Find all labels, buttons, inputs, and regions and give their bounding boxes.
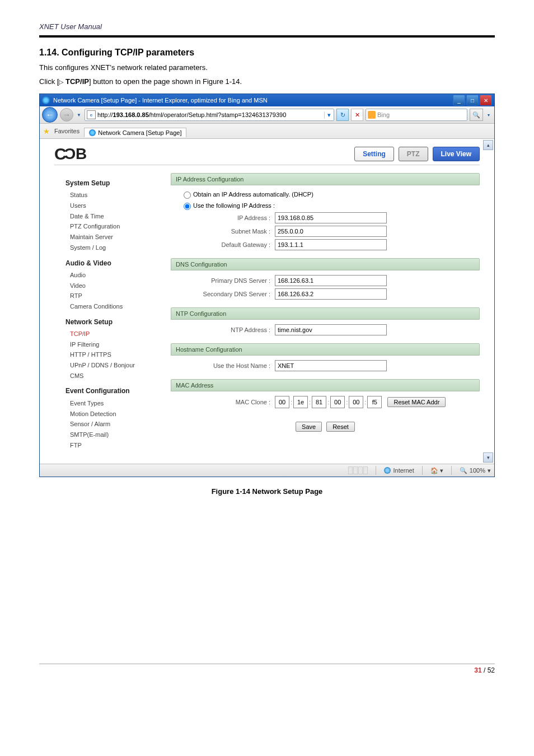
- dhcp-radio[interactable]: [184, 192, 191, 199]
- setting-button[interactable]: Setting: [354, 147, 394, 161]
- globe-icon: [384, 467, 391, 474]
- ip-address-input[interactable]: [275, 212, 387, 223]
- gateway-input[interactable]: [275, 239, 387, 250]
- static-radio[interactable]: [184, 203, 191, 210]
- zoom-icon: 🔍: [460, 467, 467, 474]
- reset-mac-button[interactable]: Reset MAC Addr: [387, 397, 446, 407]
- live-view-button[interactable]: Live View: [433, 147, 480, 161]
- zoom-control[interactable]: 🔍 100% ▾: [460, 467, 491, 474]
- favorites-bar: ★ Favorites Network Camera [Setup Page]: [40, 124, 494, 139]
- sidebar-item-sensor[interactable]: Sensor / Alarm: [65, 419, 161, 430]
- ptz-button[interactable]: PTZ: [399, 147, 428, 161]
- dns1-label: Primary DNS Server :: [181, 277, 275, 284]
- dhcp-label: Obtain an IP Address automatically. (DHC…: [193, 191, 313, 198]
- figure-caption: Figure 1-14 Network Setup Page: [39, 487, 495, 496]
- maximize-button[interactable]: □: [466, 95, 479, 106]
- subnet-label: Subnet Mask :: [181, 228, 275, 235]
- protected-mode-dropdown[interactable]: 🏠 ▾: [430, 467, 443, 474]
- close-button[interactable]: ✕: [480, 95, 492, 106]
- internet-zone: Internet: [384, 467, 414, 474]
- mac-input-6[interactable]: [367, 396, 382, 408]
- cnb-logo: CCB: [54, 144, 86, 164]
- search-dropdown[interactable]: ▾: [485, 113, 492, 118]
- sidebar-item-motion[interactable]: Motion Detection: [65, 409, 161, 419]
- sidebar-item-datetime[interactable]: Date & Time: [65, 211, 161, 222]
- page-favicon: e: [87, 110, 96, 119]
- bing-icon: [368, 111, 376, 119]
- search-button[interactable]: 🔍: [470, 109, 483, 121]
- sidebar-item-audio[interactable]: Audio: [65, 270, 161, 281]
- sidebar-item-ftp[interactable]: FTP: [65, 440, 161, 451]
- sidebar-item-http[interactable]: HTTP / HTTPS: [65, 349, 161, 360]
- sidebar-item-eventtypes[interactable]: Event Types: [65, 398, 161, 409]
- ip-address-label: IP Address :: [181, 214, 275, 221]
- sidebar-item-systemlog[interactable]: System / Log: [65, 242, 161, 253]
- status-bar: Internet 🏠 ▾ 🔍 100% ▾: [40, 464, 494, 477]
- favorites-star-icon[interactable]: ★: [43, 127, 50, 136]
- sidebar-item-ptzconfig[interactable]: PTZ Configuration: [65, 221, 161, 232]
- section-title: 1.14. Configuring TCP/IP parameters: [39, 48, 495, 58]
- mac-input-3[interactable]: [312, 396, 326, 408]
- history-dropdown[interactable]: ▼: [76, 113, 82, 118]
- ip-config-header: IP Address Configuration: [171, 173, 480, 185]
- save-button[interactable]: Save: [296, 422, 322, 432]
- doc-header: XNET User Manual: [39, 22, 495, 34]
- subnet-input[interactable]: [275, 226, 387, 237]
- ntp-input[interactable]: [275, 324, 387, 335]
- ntp-config-header: NTP Configuration: [171, 307, 480, 320]
- scroll-down-button[interactable]: ▾: [483, 452, 493, 463]
- app-topbar: CCB Setting PTZ Live View: [54, 144, 480, 165]
- tab-title: Network Camera [Setup Page]: [98, 129, 181, 136]
- sidebar-item-tcpip[interactable]: TCP/IP: [65, 329, 161, 339]
- mac-input-5[interactable]: [349, 396, 363, 408]
- sidebar-item-users[interactable]: Users: [65, 200, 161, 211]
- hostname-input[interactable]: [275, 360, 387, 371]
- mac-input-1[interactable]: [275, 396, 289, 408]
- search-placeholder: Bing: [377, 111, 390, 118]
- gateway-label: Default Gateway :: [181, 241, 275, 248]
- sidebar-item-rtp[interactable]: RTP: [65, 291, 161, 301]
- sidebar-group-network: Network Setup: [65, 316, 161, 328]
- back-button[interactable]: ←: [42, 107, 58, 123]
- ie-icon: [42, 96, 50, 104]
- sidebar-item-ipfilter[interactable]: IP Filtering: [65, 339, 161, 350]
- url-text: http://193.168.0.85/html/operator/Setup.…: [97, 111, 324, 118]
- sidebar-item-upnp[interactable]: UPnP / DDNS / Bonjour: [65, 360, 161, 371]
- sidebar-item-maintain[interactable]: Maintain Server: [65, 232, 161, 242]
- sidebar-item-status[interactable]: Status: [65, 190, 161, 200]
- scroll-up-button[interactable]: ▴: [483, 140, 493, 150]
- browser-tab[interactable]: Network Camera [Setup Page]: [84, 128, 186, 137]
- reset-button[interactable]: Reset: [326, 422, 355, 432]
- sidebar-item-cms[interactable]: CMS: [65, 371, 161, 381]
- page-footer: 31 / 52: [39, 664, 495, 674]
- sidebar-item-smtp[interactable]: SMTP(E-mail): [65, 430, 161, 440]
- section-desc: This configures XNET's network related p…: [39, 63, 495, 72]
- divider: [39, 35, 495, 38]
- dns1-input[interactable]: [275, 275, 387, 286]
- ntp-label: NTP Address :: [181, 326, 275, 333]
- dns2-label: Secondary DNS Server :: [181, 291, 275, 297]
- sidebar-group-av: Audio & Video: [65, 258, 161, 269]
- mac-label: MAC Clone :: [181, 399, 275, 405]
- mac-input-2[interactable]: [293, 396, 308, 408]
- sidebar-item-camera[interactable]: Camera Conditions: [65, 301, 161, 312]
- hostname-config-header: Hostname Configuration: [171, 343, 480, 356]
- window-title: Network Camera [Setup Page] - Internet E…: [53, 97, 268, 104]
- refresh-button[interactable]: ↻: [336, 109, 349, 121]
- hostname-label: Use the Host Name :: [181, 362, 275, 369]
- page-content: ▴ ▾ CCB Setting PTZ Live View System Set…: [40, 139, 494, 464]
- mac-header: MAC Address: [171, 379, 480, 391]
- address-bar[interactable]: e http://193.168.0.85/html/operator/Setu…: [85, 109, 334, 121]
- dns2-input[interactable]: [275, 288, 387, 300]
- search-box[interactable]: Bing: [366, 109, 467, 121]
- minimize-button[interactable]: _: [453, 95, 465, 106]
- forward-button[interactable]: →: [60, 108, 73, 122]
- mac-input-4[interactable]: [330, 396, 345, 408]
- page-current: 31: [474, 666, 481, 674]
- dns-config-header: DNS Configuration: [171, 258, 480, 270]
- page-total: 52: [488, 666, 495, 674]
- stop-button[interactable]: ✕: [351, 109, 363, 121]
- form-area: IP Address Configuration Obtain an IP Ad…: [171, 173, 480, 450]
- sidebar-item-video[interactable]: Video: [65, 281, 161, 291]
- address-dropdown[interactable]: ▾: [324, 111, 334, 119]
